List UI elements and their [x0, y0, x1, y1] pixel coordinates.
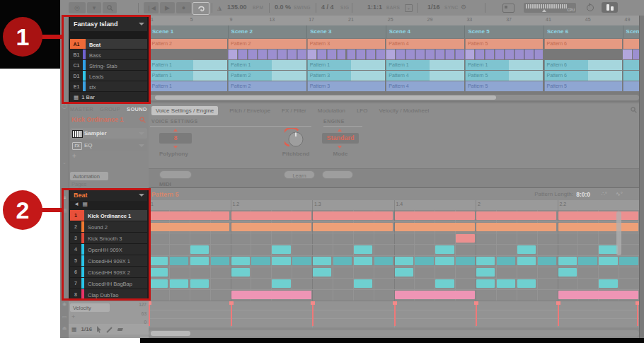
note-kick-ordinance-1[interactable] [313, 211, 393, 220]
speaker-icon[interactable]: ◄ [74, 201, 79, 207]
note-sound-2[interactable] [476, 223, 556, 231]
pattern-cell[interactable] [623, 50, 632, 59]
note-clap-dubtao[interactable] [558, 291, 638, 299]
cursor-icon[interactable] [96, 326, 102, 333]
pattern-clip[interactable] [623, 39, 639, 49]
note-closedhh-909x-1[interactable] [395, 257, 413, 265]
note-closedhh-909x-1[interactable] [333, 257, 352, 265]
pattern-cell[interactable] [327, 50, 336, 59]
sound-row[interactable]: 1Kick Ordinance 1 [70, 210, 147, 221]
eject-icon[interactable]: ⏏ [60, 325, 69, 331]
velocity-stem-cap[interactable] [229, 301, 234, 305]
pattern-repeat[interactable] [430, 60, 464, 70]
pattern-repeat[interactable] [193, 71, 228, 81]
velocity-stem[interactable] [231, 303, 232, 326]
note-closedhh-bagbap[interactable] [354, 279, 372, 288]
pattern-repeat[interactable] [193, 60, 228, 70]
caret-down-icon[interactable] [139, 144, 144, 147]
pattern-cell[interactable] [425, 50, 435, 59]
pattern-clip[interactable]: Pattern 5 [465, 39, 544, 49]
pattern-grid[interactable] [149, 210, 639, 301]
scene-header[interactable]: Scene 1 [149, 25, 228, 38]
sound-row[interactable]: 4OpenHH 909X [70, 244, 147, 255]
note-openhh-909x[interactable] [272, 245, 290, 254]
tab-master[interactable]: MASTER [70, 106, 93, 112]
note-closedhh-909x-2[interactable] [476, 268, 495, 277]
pattern-cell[interactable] [524, 50, 534, 59]
pattern-cell[interactable] [317, 50, 326, 59]
pattern-cell[interactable] [505, 50, 514, 59]
midi-slot-pill-2[interactable] [322, 170, 353, 179]
polyphony-decrement[interactable] [173, 146, 178, 149]
plugin-slot-eq[interactable]: FX EQ [70, 140, 147, 151]
pitchbend-knob[interactable] [284, 128, 307, 151]
pattern-cell[interactable] [633, 50, 639, 59]
audio-gear-icon[interactable]: ∿° [616, 191, 623, 197]
arranger-hscrollbar[interactable] [149, 95, 639, 100]
pattern-clip[interactable]: Pattern 1 [149, 81, 228, 91]
pattern-length-value[interactable]: 8:0:0 [576, 191, 590, 198]
velocity-stem-cap[interactable] [556, 301, 560, 305]
note-closedhh-909x-1[interactable] [374, 257, 393, 265]
note-closedhh-909x-1[interactable] [292, 257, 311, 265]
pattern-cell[interactable] [465, 50, 474, 59]
pattern-cell[interactable] [307, 50, 316, 59]
tab-modulation[interactable]: Modulation [318, 107, 345, 114]
loop-icon[interactable] [192, 2, 209, 15]
plugin-slot-sampler[interactable]: Sampler [70, 128, 147, 139]
note-closedhh-bagbap[interactable] [599, 279, 617, 288]
note-kick-ordinance-1[interactable] [476, 211, 556, 220]
note-closedhh-909x-1[interactable] [231, 257, 250, 265]
pattern-clip[interactable]: Pattern 5 [544, 81, 623, 91]
note-closedhh-909x-1[interactable] [272, 257, 290, 265]
project-name-header[interactable]: Fantasy Island [70, 17, 147, 31]
note-kick-ordinance-1[interactable] [395, 211, 475, 220]
note-kick-ordinance-1[interactable] [558, 211, 638, 220]
note-clap-dubtao[interactable] [395, 291, 475, 299]
note-openhh-909x[interactable] [517, 245, 536, 254]
sig-value[interactable]: 4 / 4 [321, 4, 334, 11]
pattern-clip[interactable]: Pattern 5 [465, 71, 509, 81]
arranger-hscroll-handle[interactable] [155, 95, 496, 100]
pattern-cell[interactable] [356, 50, 365, 59]
note-closedhh-bagbap[interactable] [149, 279, 168, 288]
sound-row[interactable]: 6ClosedHH 909X 2 [70, 267, 147, 278]
caret-down-icon[interactable] [139, 194, 144, 197]
step-grid-icon[interactable]: ▦ [71, 326, 77, 332]
pattern-cell[interactable] [455, 50, 464, 59]
tab-fx-filter[interactable]: FX / Filter [282, 107, 306, 114]
tab-velocity-modwheel[interactable]: Velocity / Modwheel [379, 107, 429, 114]
pattern-cell[interactable] [297, 50, 306, 59]
note-closedhh-909x-1[interactable] [558, 257, 577, 265]
pattern-cell[interactable] [238, 50, 247, 59]
maschine-logo-button[interactable]: ◎ [69, 2, 86, 13]
note-closedhh-909x-1[interactable] [251, 257, 270, 265]
note-closedhh-bagbap[interactable] [435, 279, 454, 288]
note-closedhh-909x-1[interactable] [190, 257, 209, 265]
page-search-icon[interactable] [631, 107, 637, 113]
sound-row[interactable]: 3Kick Smooth 3 [70, 233, 147, 244]
note-kick-smooth-3[interactable] [456, 234, 474, 243]
pattern-clip[interactable]: Pattern 3 [307, 81, 386, 91]
pattern-clip[interactable]: Pattern 2 [228, 81, 306, 91]
settings-gear-icon[interactable]: ⚙ [461, 4, 466, 11]
arranger-list-icon[interactable]: ≡ [60, 195, 69, 200]
learn-button[interactable]: Learn [284, 170, 315, 179]
mode-stepper[interactable]: Standard [322, 133, 359, 144]
note-closedhh-909x-1[interactable] [619, 257, 638, 265]
midi-slot-pill[interactable] [159, 170, 192, 179]
note-closedhh-909x-1[interactable] [456, 257, 474, 265]
pattern-ruler[interactable]: 11.21.31.422.2 [149, 200, 639, 211]
pattern-cell[interactable] [396, 50, 405, 59]
pattern-clip[interactable]: Pattern 3 [307, 39, 386, 49]
pattern-repeat[interactable] [588, 71, 623, 81]
grid-view-icon[interactable]: ▦ [82, 201, 88, 207]
note-closedhh-909x-1[interactable] [415, 257, 433, 265]
note-sound-2[interactable] [558, 223, 638, 231]
pattern-cell[interactable] [445, 50, 454, 59]
velocity-stem-cap[interactable] [149, 301, 151, 305]
note-closedhh-909x-1[interactable] [211, 257, 229, 265]
sampling-icon[interactable]: ◉ [60, 301, 69, 307]
pattern-cell[interactable] [248, 50, 257, 59]
pattern-clip[interactable]: Pattern 4 [386, 39, 464, 49]
